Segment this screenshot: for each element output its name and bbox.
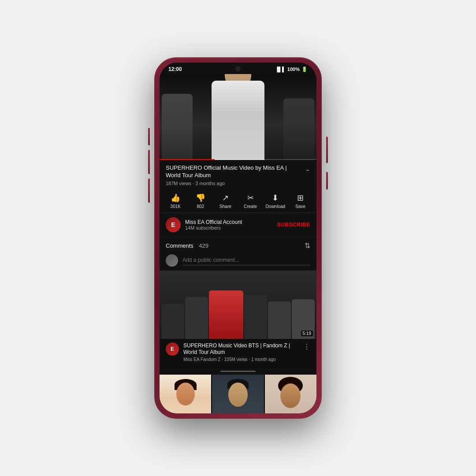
- save-label: Save: [295, 204, 305, 209]
- video-info-section: SUPERHERO Official Music Video by Miss E…: [160, 160, 316, 189]
- comments-count: 429: [199, 242, 208, 249]
- save-icon: ⊞: [297, 193, 304, 203]
- download-label: Download: [266, 204, 285, 209]
- next-video-text: SUPERHERO Music Video BTS | Fandom Z | W…: [183, 342, 299, 362]
- channel-name[interactable]: Miss EA Official Account: [185, 219, 277, 225]
- subscribe-button[interactable]: SUBSCRIBE: [277, 222, 310, 228]
- battery-level: 100%: [287, 67, 300, 72]
- dislike-count: 802: [197, 204, 205, 209]
- channel-info: Miss EA Official Account 14M subscribers: [185, 219, 277, 231]
- action-buttons-row: 👍 301K 👎 802 ↗ Share ✂ Create ⬇ Download…: [160, 189, 316, 213]
- phone-screen: 12:00 ▐▌▌ 100% 🔋: [160, 63, 316, 413]
- participant-face-3: [265, 375, 316, 413]
- video-meta: 187M views · 3 months ago: [166, 181, 310, 186]
- like-button[interactable]: 👍 301K: [166, 193, 185, 209]
- volume-up-button: [148, 128, 150, 145]
- video-duration: 5:19: [301, 331, 313, 336]
- create-label: Create: [244, 204, 257, 209]
- volume-down-button: [148, 150, 150, 174]
- channel-avatar[interactable]: E: [166, 217, 181, 232]
- main-figure: [212, 81, 264, 160]
- participant-3[interactable]: [265, 375, 316, 413]
- dislike-button[interactable]: 👎 802: [191, 193, 210, 209]
- home-indicator: [220, 371, 256, 372]
- front-camera: [235, 66, 241, 71]
- video-title: SUPERHERO Official Music Video by Miss E…: [166, 164, 301, 179]
- power-button-2: [326, 172, 328, 190]
- video-content: [160, 74, 316, 160]
- video-player[interactable]: [160, 74, 316, 160]
- channel-row: E Miss EA Official Account 14M subscribe…: [160, 213, 316, 237]
- comments-title-row: Comments 429: [166, 242, 208, 249]
- side-figure-right: [283, 98, 314, 160]
- chevron-down-icon[interactable]: ⌄: [305, 165, 310, 172]
- next-video-info: E SUPERHERO Music Video BTS | Fandom Z |…: [160, 339, 316, 365]
- like-icon: 👍: [171, 193, 180, 203]
- download-button[interactable]: ⬇ Download: [266, 193, 285, 209]
- save-button[interactable]: ⊞ Save: [291, 193, 310, 209]
- next-video-channel-avatar[interactable]: E: [166, 342, 179, 356]
- commenter-avatar: [166, 254, 178, 267]
- comments-header: Comments 429 ⇅: [166, 242, 310, 250]
- share-icon: ↗: [222, 193, 229, 203]
- share-button[interactable]: ↗ Share: [216, 193, 235, 209]
- comments-label: Comments: [166, 242, 193, 249]
- video-title-row: SUPERHERO Official Music Video by Miss E…: [166, 164, 310, 179]
- participant-2[interactable]: [212, 375, 264, 413]
- bixby-button: [148, 178, 150, 203]
- signal-icon: ▐▌▌: [275, 67, 285, 72]
- share-label: Share: [219, 204, 231, 209]
- power-button: [326, 137, 328, 163]
- create-icon: ✂: [247, 193, 254, 203]
- video-progress-fill: [160, 159, 215, 160]
- next-video-section: 5:19 E SUPERHERO Music Video BTS | Fando…: [160, 271, 316, 368]
- next-video-thumbnail[interactable]: 5:19: [160, 271, 316, 339]
- comment-input-row: [166, 254, 310, 267]
- video-progress-track[interactable]: [160, 159, 316, 160]
- more-options-icon[interactable]: ⋮: [303, 342, 310, 351]
- sort-icon[interactable]: ⇅: [305, 242, 310, 250]
- next-video-meta: Miss EA Fandom Z · 105M views · 1 month …: [183, 357, 299, 362]
- like-count: 301K: [171, 204, 181, 209]
- battery-icon: 🔋: [301, 67, 308, 72]
- participant-face-2: [212, 375, 264, 413]
- phone-device: 12:00 ▐▌▌ 100% 🔋: [154, 57, 322, 419]
- video-call-strip: [160, 375, 316, 413]
- status-time: 12:00: [168, 66, 182, 72]
- status-right: ▐▌▌ 100% 🔋: [275, 67, 308, 72]
- download-icon: ⬇: [272, 193, 279, 203]
- participant-1[interactable]: [160, 375, 212, 413]
- next-video-title[interactable]: SUPERHERO Music Video BTS | Fandom Z | W…: [183, 342, 299, 356]
- nav-indicator: [160, 368, 316, 375]
- crowd-scene: [160, 271, 316, 339]
- participant-face-1: [160, 375, 211, 413]
- dislike-icon: 👎: [196, 193, 205, 203]
- create-button[interactable]: ✂ Create: [241, 193, 260, 209]
- comments-section: Comments 429 ⇅: [160, 237, 316, 271]
- comment-input[interactable]: [182, 255, 310, 265]
- channel-subscribers: 14M subscribers: [185, 225, 277, 231]
- figure-body: [212, 81, 264, 160]
- side-figure-left: [162, 94, 193, 160]
